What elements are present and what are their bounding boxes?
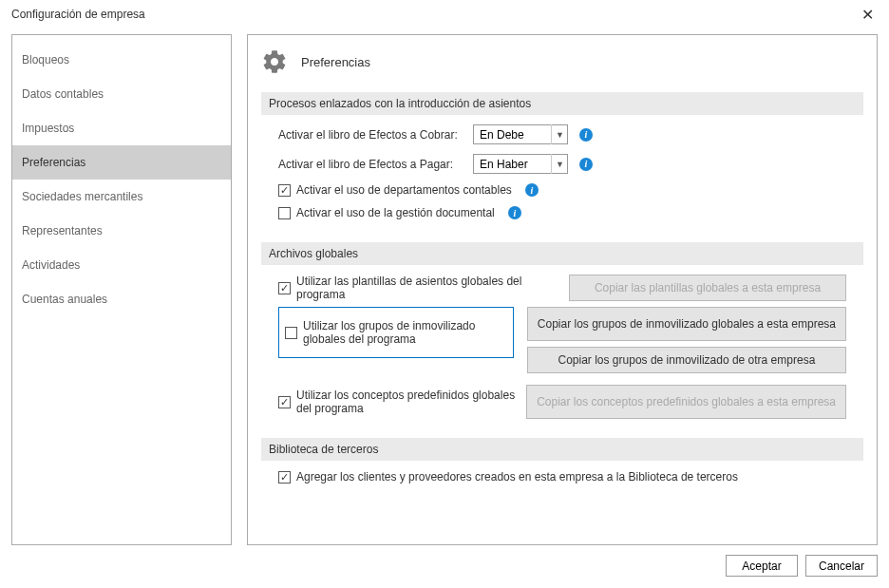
checkbox-conceptos-predefinidos[interactable]: ✓ [278, 396, 291, 408]
label-biblioteca-terceros: Agregar los clientes y proveedores cread… [296, 470, 738, 484]
sidebar-item-datos-contables[interactable]: Datos contables [12, 77, 231, 111]
sidebar-item-actividades[interactable]: Actividades [12, 248, 231, 282]
label-gestion-documental: Activar el uso de la gestión documental [296, 206, 495, 219]
sidebar-item-bloqueos[interactable]: Bloqueos [12, 43, 231, 77]
label-efectos-cobrar: Activar el libro de Efectos a Cobrar: [278, 128, 473, 142]
checkbox-inmovilizado-globales[interactable] [285, 327, 297, 339]
label-plantillas-globales: Utilizar las plantillas de asientos glob… [296, 275, 561, 301]
info-icon[interactable]: i [579, 128, 593, 142]
checkbox-departamentos[interactable]: ✓ [278, 184, 291, 197]
label-inmovilizado-globales: Utilizar los grupos de inmovilizado glob… [303, 319, 505, 346]
copy-inmovilizado-otra-button[interactable]: Copiar los grupos de inmovilizado de otr… [527, 347, 846, 373]
select-efectos-cobrar[interactable]: ▼ [473, 124, 568, 144]
info-icon[interactable]: i [508, 206, 521, 219]
sidebar-item-representantes[interactable]: Representantes [12, 214, 231, 248]
close-icon[interactable]: ✕ [858, 6, 878, 24]
gear-icon [261, 48, 288, 75]
chevron-down-icon[interactable]: ▼ [551, 154, 568, 174]
main-panel: Preferencias Procesos enlazados con la i… [247, 34, 878, 545]
chevron-down-icon[interactable]: ▼ [551, 124, 568, 144]
cancel-button[interactable]: Cancelar [805, 555, 878, 577]
label-conceptos-predefinidos: Utilizar los conceptos predefinidos glob… [296, 389, 519, 415]
info-icon[interactable]: i [579, 158, 593, 171]
sidebar-item-preferencias[interactable]: Preferencias [12, 145, 231, 180]
section-header-archivos: Archivos globales [261, 242, 863, 265]
copy-plantillas-button: Copiar las plantillas globales a esta em… [569, 275, 846, 301]
select-efectos-pagar[interactable]: ▼ [473, 154, 568, 174]
label-efectos-pagar: Activar el libro de Efectos a Pagar: [278, 158, 473, 171]
label-departamentos: Activar el uso de departamentos contable… [296, 183, 512, 197]
sidebar: Bloqueos Datos contables Impuestos Prefe… [11, 34, 232, 545]
section-header-procesos: Procesos enlazados con la introducción d… [261, 92, 863, 115]
copy-conceptos-button: Copiar los conceptos predefinidos global… [526, 385, 846, 419]
highlight-inmovilizado: Utilizar los grupos de inmovilizado glob… [278, 307, 514, 358]
checkbox-biblioteca-terceros[interactable]: ✓ [278, 471, 291, 484]
page-title: Preferencias [301, 55, 370, 69]
accept-button[interactable]: Aceptar [726, 555, 798, 577]
checkbox-gestion-documental[interactable] [278, 207, 291, 219]
section-header-biblioteca: Biblioteca de terceros [261, 438, 863, 461]
copy-inmovilizado-globales-button[interactable]: Copiar los grupos de inmovilizado global… [527, 307, 846, 341]
sidebar-item-cuentas-anuales[interactable]: Cuentas anuales [12, 282, 231, 316]
window-title: Configuración de empresa [11, 8, 145, 21]
sidebar-item-sociedades[interactable]: Sociedades mercantiles [12, 180, 231, 214]
sidebar-item-impuestos[interactable]: Impuestos [12, 111, 231, 145]
info-icon[interactable]: i [525, 183, 539, 197]
checkbox-plantillas-globales[interactable]: ✓ [278, 282, 291, 294]
